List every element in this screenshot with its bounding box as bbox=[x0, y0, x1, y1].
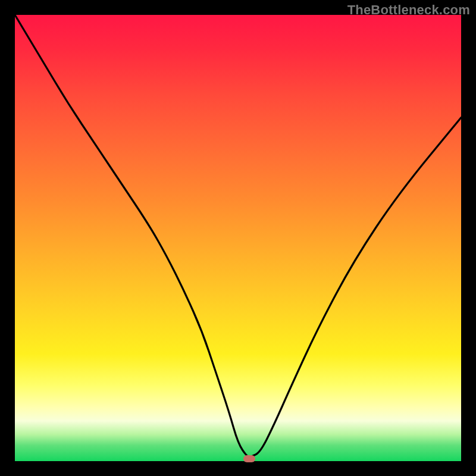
bottleneck-marker bbox=[243, 455, 255, 462]
plot-area bbox=[15, 15, 461, 461]
chart-frame: TheBottleneck.com bbox=[0, 0, 476, 476]
curve-svg bbox=[15, 15, 461, 461]
bottleneck-curve-path bbox=[15, 15, 461, 457]
watermark-text: TheBottleneck.com bbox=[347, 2, 470, 18]
